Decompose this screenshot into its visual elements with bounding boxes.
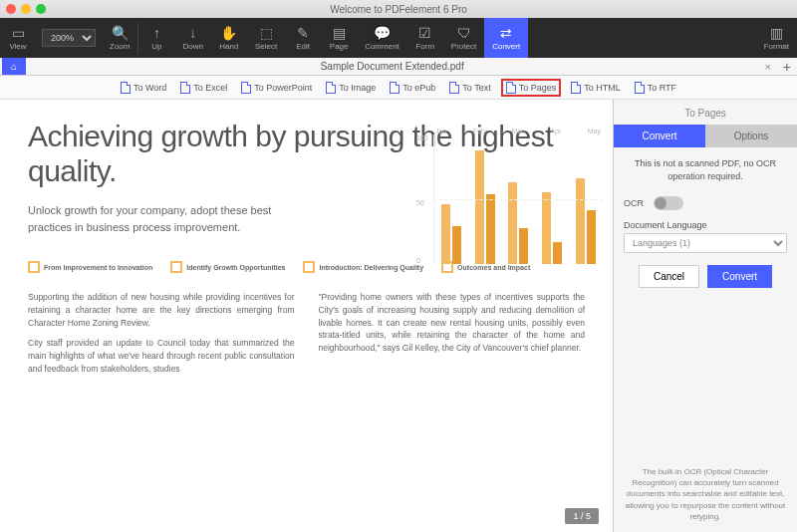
section-1: From Improvement to Innovation <box>28 261 152 273</box>
column-left: Supporting the addition of new housing w… <box>28 291 295 384</box>
square-icon <box>28 261 40 273</box>
comment-icon: 💬 <box>374 26 391 40</box>
mini-bar-chart: Jan Feb Mar Apr May 100 50 0 <box>433 128 603 277</box>
page-icon: ▤ <box>333 26 346 40</box>
home-tab[interactable]: ⌂ <box>2 58 26 75</box>
bar-pair <box>475 150 495 264</box>
bar-pair <box>542 192 562 264</box>
zoom-control[interactable]: 200% <box>36 18 102 58</box>
to-rtf-button[interactable]: To RTF <box>631 80 680 96</box>
body-columns: Supporting the addition of new housing w… <box>28 291 585 384</box>
section-3: Introduction: Delivering Quality <box>303 261 423 273</box>
comment-button[interactable]: 💬Comment <box>357 18 407 58</box>
home-icon: ⌂ <box>11 61 17 72</box>
language-select[interactable]: Languages (1) <box>624 233 787 253</box>
select-button[interactable]: ⬚Select <box>247 18 285 58</box>
file-icon <box>449 82 459 94</box>
view-button[interactable]: ▭View <box>0 18 36 58</box>
square-icon <box>170 261 182 273</box>
bar-light <box>542 192 551 264</box>
form-icon: ☑ <box>418 26 431 40</box>
column-right: "Providing home owners with these types … <box>319 291 586 384</box>
file-icon <box>241 82 251 94</box>
hand-button[interactable]: ✋Hand <box>211 18 247 58</box>
form-button[interactable]: ☑Form <box>407 18 443 58</box>
square-icon <box>303 261 315 273</box>
section-2: Identify Growth Opportunities <box>170 261 285 273</box>
add-tab-icon[interactable]: + <box>777 59 797 75</box>
bar-pair <box>576 178 596 264</box>
format-icon: ▥ <box>770 26 783 40</box>
side-panel-title: To Pages <box>614 100 797 125</box>
minimize-window-icon[interactable] <box>21 4 31 14</box>
file-icon <box>506 82 516 94</box>
zoom-window-icon[interactable] <box>36 4 46 14</box>
language-label: Document Language <box>624 220 787 230</box>
convert-toolbar: To Word To Excel To PowerPoint To Image … <box>0 76 797 100</box>
to-image-button[interactable]: To Image <box>322 80 380 96</box>
titlebar: Welcome to PDFelement 6 Pro <box>0 0 797 18</box>
zoom-select[interactable]: 200% <box>42 29 96 47</box>
bar-dark <box>452 226 461 264</box>
chart-bars: 100 50 0 <box>433 134 603 264</box>
protect-button[interactable]: 🛡Protect <box>443 18 484 58</box>
to-pages-button[interactable]: To Pages <box>501 79 562 97</box>
bar-pair <box>508 182 528 264</box>
close-window-icon[interactable] <box>6 4 16 14</box>
ocr-label: OCR <box>624 198 644 208</box>
ocr-row: OCR <box>624 196 787 210</box>
up-button[interactable]: ↑Up <box>138 18 174 58</box>
up-icon: ↑ <box>153 26 160 40</box>
page-indicator[interactable]: 1 / 5 <box>565 508 599 524</box>
window-controls <box>6 4 46 14</box>
ocr-toggle[interactable] <box>654 196 683 210</box>
down-button[interactable]: ↓Down <box>174 18 210 58</box>
side-panel-tabs: Convert Options <box>614 125 797 147</box>
bar-dark <box>553 242 562 264</box>
cancel-button[interactable]: Cancel <box>639 265 699 288</box>
edit-button[interactable]: ✎Edit <box>285 18 321 58</box>
side-panel: To Pages Convert Options This is not a s… <box>613 100 797 532</box>
doc-subheading: Unlock growth for your company, adopt th… <box>28 202 297 235</box>
convert-action-button[interactable]: Convert <box>707 265 772 288</box>
bar-dark <box>486 194 495 264</box>
select-icon: ⬚ <box>260 26 273 40</box>
to-text-button[interactable]: To Text <box>445 80 494 96</box>
body-para: Supporting the addition of new housing w… <box>28 291 295 329</box>
to-word-button[interactable]: To Word <box>117 80 170 96</box>
zoom-button[interactable]: 🔍Zoom <box>102 18 137 58</box>
edit-icon: ✎ <box>297 26 309 40</box>
side-panel-buttons: Cancel Convert <box>624 265 787 288</box>
body-para: "Providing home owners with these types … <box>319 291 586 355</box>
file-icon <box>326 82 336 94</box>
side-panel-footer: The built-in OCR (Optical Character Reco… <box>614 456 797 532</box>
convert-button[interactable]: ⇄Convert <box>484 18 528 58</box>
to-powerpoint-button[interactable]: To PowerPoint <box>237 80 316 96</box>
close-tab-icon[interactable]: × <box>758 61 776 73</box>
document-tab[interactable]: Sample Document Extended.pdf <box>26 61 758 72</box>
ocr-message: This is not a scanned PDF, no OCR operat… <box>624 157 787 182</box>
bar-dark <box>519 228 528 264</box>
document-view[interactable]: Achieving growth by pursuing the highest… <box>0 100 613 532</box>
bar-light <box>576 178 585 264</box>
to-excel-button[interactable]: To Excel <box>176 80 231 96</box>
tab-options[interactable]: Options <box>705 125 797 147</box>
down-icon: ↓ <box>189 26 196 40</box>
file-icon <box>635 82 645 94</box>
body-para: City staff provided an update to Council… <box>28 337 295 375</box>
to-epub-button[interactable]: To ePub <box>386 80 439 96</box>
window-title: Welcome to PDFelement 6 Pro <box>330 4 467 15</box>
tab-bar: ⌂ Sample Document Extended.pdf × + <box>0 58 797 76</box>
tab-convert[interactable]: Convert <box>614 125 705 147</box>
page-button[interactable]: ▤Page <box>321 18 357 58</box>
bar-light <box>441 204 450 264</box>
bar-light <box>475 150 484 264</box>
to-html-button[interactable]: To HTML <box>567 80 625 96</box>
bar-pair <box>441 204 461 264</box>
bar-light <box>508 182 517 264</box>
side-panel-body: This is not a scanned PDF, no OCR operat… <box>614 147 797 298</box>
chart-months: Jan Feb Mar Apr May <box>433 128 603 134</box>
format-button[interactable]: ▥Format <box>756 18 797 58</box>
convert-icon: ⇄ <box>500 26 512 40</box>
view-icon: ▭ <box>12 26 25 40</box>
